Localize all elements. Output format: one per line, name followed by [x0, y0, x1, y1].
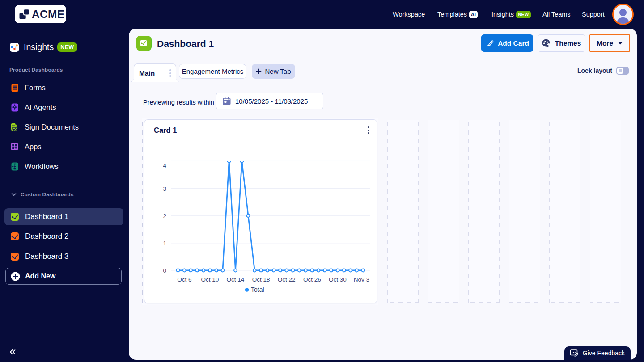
svg-text:Nov 3: Nov 3	[354, 276, 369, 283]
svg-text:Total: Total	[251, 286, 264, 293]
svg-text:Oct 26: Oct 26	[303, 276, 321, 283]
svg-text:3: 3	[163, 185, 166, 192]
svg-text:4: 4	[163, 162, 166, 169]
svg-text:2: 2	[163, 213, 166, 219]
svg-text:Oct 22: Oct 22	[278, 276, 296, 283]
svg-text:0: 0	[163, 267, 166, 274]
svg-text:Oct 30: Oct 30	[329, 276, 347, 283]
svg-text:Oct 10: Oct 10	[201, 276, 219, 283]
svg-text:Oct 18: Oct 18	[252, 276, 270, 283]
svg-text:1: 1	[163, 240, 166, 247]
svg-text:Oct 6: Oct 6	[177, 276, 191, 283]
svg-text:Oct 14: Oct 14	[227, 276, 245, 283]
